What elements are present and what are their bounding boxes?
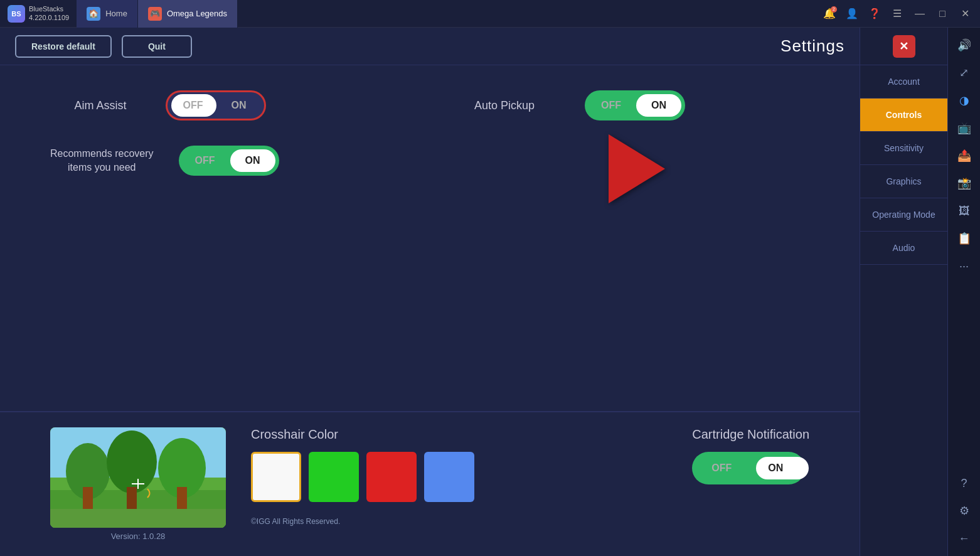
- help-button[interactable]: ❓: [865, 4, 885, 24]
- aim-assist-on: ON: [216, 96, 262, 115]
- title-bar-right: 🔔 2 👤 ❓ ☰ — □ ✕: [819, 4, 980, 24]
- arrow-shape: [609, 134, 665, 203]
- tab-home[interactable]: 🏠 Home: [77, 0, 138, 28]
- svg-rect-8: [177, 487, 187, 509]
- swatch-blue[interactable]: [424, 452, 474, 502]
- ft-settings-button[interactable]: ⚙: [952, 498, 977, 523]
- recovery-on: ON: [229, 151, 277, 170]
- ft-camera-button[interactable]: 📸: [952, 171, 977, 196]
- auto-pickup-toggle[interactable]: OFF ON: [585, 90, 685, 120]
- main-layout: Restore default Quit Settings Aim Assist…: [0, 28, 980, 556]
- svg-rect-6: [127, 487, 137, 509]
- recovery-toggle[interactable]: OFF ON: [179, 146, 279, 176]
- sidebar-item-controls-label: Controls: [886, 110, 922, 120]
- tab-omega-legends[interactable]: 🎮 Omega Legends: [138, 0, 238, 28]
- toggle-row-1: Aim Assist OFF ON Auto Pickup OFF ON: [50, 90, 809, 120]
- content-area: Restore default Quit Settings Aim Assist…: [0, 28, 860, 556]
- sidebar-item-graphics[interactable]: Graphics: [860, 165, 947, 198]
- title-bar: BS BlueStacks4.220.0.1109 🏠 Home 🎮 Omega…: [0, 0, 980, 28]
- sidebar-item-account-label: Account: [888, 77, 920, 87]
- ft-more-button[interactable]: ···: [952, 254, 977, 279]
- auto-pickup-label: Auto Pickup: [454, 99, 555, 112]
- aim-assist-off: OFF: [170, 96, 216, 115]
- auto-pickup-on: ON: [635, 96, 683, 115]
- cartridge-notification-title: Cartridge Notification: [692, 427, 809, 442]
- bottom-section: Version: 1.0.28 Crosshair Color ©IGG All…: [0, 411, 860, 556]
- swatch-white[interactable]: [251, 452, 301, 502]
- ft-export-button[interactable]: 📤: [952, 143, 977, 168]
- header-bar: Restore default Quit Settings: [0, 28, 860, 65]
- ft-controls-button[interactable]: ◑: [952, 88, 977, 113]
- sidebar-item-audio[interactable]: Audio: [860, 232, 947, 265]
- sidebar-nav: Account Controls Sensitivity Graphics Op…: [860, 65, 947, 556]
- notification-badge: 2: [831, 6, 837, 13]
- sidebar-item-operating-mode[interactable]: Operating Mode: [860, 198, 947, 232]
- tab-omega-label: Omega Legends: [167, 9, 227, 18]
- aim-assist-toggle[interactable]: OFF ON: [166, 90, 266, 120]
- cartridge-notification-toggle[interactable]: OFF ON: [692, 452, 805, 484]
- recovery-label: Recommends recoveryitems you need: [50, 147, 154, 175]
- ft-clipboard-button[interactable]: 📋: [952, 226, 977, 251]
- ft-help-button[interactable]: ?: [952, 471, 977, 496]
- toggle-row-2: Recommends recoveryitems you need OFF ON: [50, 146, 809, 176]
- auto-pickup-item: Auto Pickup OFF ON: [454, 90, 685, 120]
- sidebar-item-sensitivity-label: Sensitivity: [884, 143, 924, 153]
- ft-expand-button[interactable]: ⤢: [952, 60, 977, 85]
- ft-gallery-button[interactable]: 🖼: [952, 198, 977, 223]
- sidebar-close-area: ✕: [860, 28, 947, 65]
- swatch-red[interactable]: [366, 452, 417, 502]
- tab-home-label: Home: [105, 9, 127, 18]
- sidebar-item-account[interactable]: Account: [860, 65, 947, 99]
- auto-pickup-off: OFF: [587, 96, 635, 115]
- svg-rect-4: [83, 487, 93, 509]
- aim-assist-item: Aim Assist OFF ON: [50, 90, 266, 120]
- sidebar-item-sensitivity[interactable]: Sensitivity: [860, 132, 947, 165]
- game-preview: [50, 427, 226, 528]
- close-window-button[interactable]: ✕: [955, 4, 975, 24]
- color-swatches: [251, 452, 667, 502]
- recovery-item: Recommends recoveryitems you need OFF ON: [50, 146, 279, 176]
- far-toolbar: 🔊 ⤢ ◑ 📺 📤 📸 🖼 📋 ··· ? ⚙ ←: [947, 28, 980, 556]
- maximize-button[interactable]: □: [932, 4, 952, 24]
- sidebar: ✕ Account Controls Sensitivity Graphics …: [860, 28, 947, 556]
- bluestacks-version: BlueStacks4.220.0.1109: [29, 5, 69, 21]
- title-bar-left: BS BlueStacks4.220.0.1109 🏠 Home 🎮 Omega…: [0, 0, 238, 28]
- recovery-label-text: Recommends recoveryitems you need: [50, 148, 154, 173]
- aim-assist-label: Aim Assist: [50, 99, 151, 112]
- sidebar-item-graphics-label: Graphics: [886, 176, 921, 186]
- crosshair-section: Crosshair Color ©IGG All Rights Reserved…: [251, 427, 667, 526]
- ft-back-button[interactable]: ←: [952, 526, 977, 551]
- sidebar-item-controls[interactable]: Controls: [860, 99, 947, 132]
- quit-button[interactable]: Quit: [122, 35, 192, 58]
- game-tab-icon: 🎮: [148, 7, 162, 21]
- version-text: Version: 1.0.28: [50, 532, 226, 541]
- red-arrow: [609, 134, 665, 203]
- bluestacks-logo: BS BlueStacks4.220.0.1109: [0, 0, 77, 28]
- bluestacks-icon: BS: [8, 5, 25, 23]
- preview-wrap: Version: 1.0.28: [50, 427, 226, 541]
- settings-title: Settings: [780, 36, 844, 56]
- copyright-text: ©IGG All Rights Reserved.: [251, 517, 667, 526]
- ft-screenshot-button[interactable]: 📺: [952, 115, 977, 141]
- sidebar-item-operating-mode-label: Operating Mode: [872, 210, 935, 220]
- recovery-off: OFF: [181, 151, 229, 170]
- close-button[interactable]: ✕: [893, 35, 915, 58]
- sidebar-item-audio-label: Audio: [893, 243, 915, 253]
- minimize-button[interactable]: —: [910, 4, 930, 24]
- home-tab-icon: 🏠: [87, 7, 100, 21]
- menu-button[interactable]: ☰: [887, 4, 907, 24]
- settings-content: Aim Assist OFF ON Auto Pickup OFF ON: [0, 65, 860, 411]
- cartridge-off: OFF: [695, 459, 748, 478]
- ft-volume-button[interactable]: 🔊: [952, 33, 977, 58]
- svg-rect-9: [50, 509, 226, 528]
- preview-scene: [50, 427, 226, 528]
- crosshair-title: Crosshair Color: [251, 427, 667, 442]
- cartridge-on: ON: [748, 459, 802, 478]
- account-button[interactable]: 👤: [842, 4, 862, 24]
- notification-button[interactable]: 🔔 2: [819, 4, 839, 24]
- swatch-green[interactable]: [309, 452, 359, 502]
- cartridge-notification-section: Cartridge Notification OFF ON: [692, 427, 809, 484]
- restore-default-button[interactable]: Restore default: [15, 35, 112, 58]
